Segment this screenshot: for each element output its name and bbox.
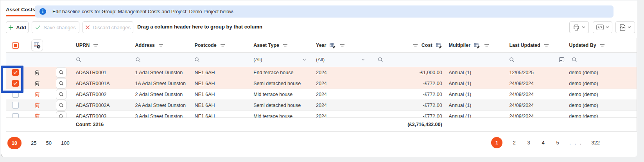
search-icon[interactable]: [76, 57, 81, 62]
cell-multiplier[interactable]: Annual (1): [446, 100, 507, 110]
filter-icon[interactable]: [283, 44, 288, 47]
clear-filter-button[interactable]: [31, 39, 43, 51]
filter-icon[interactable]: [600, 44, 605, 47]
row-search-button[interactable]: [56, 100, 66, 110]
table-row[interactable]: ADASTR0001A 1A Adal Street Dunston NE1 6…: [6, 78, 637, 89]
cell-asset-type[interactable]: End terrace house: [251, 67, 313, 78]
cell-address[interactable]: 3 Adal Street Dunston: [133, 111, 192, 117]
cell-uprn[interactable]: ADASTR0001A: [73, 78, 133, 89]
cell-postcode[interactable]: NE1 6AH: [192, 100, 251, 110]
cell-updated-by[interactable]: demo (demo): [566, 100, 637, 110]
column-header-cost[interactable]: Cost: [422, 43, 432, 48]
filter-icon[interactable]: [93, 44, 98, 47]
cell-updated-by[interactable]: demo (demo): [566, 89, 637, 100]
year-filter-select[interactable]: (All): [316, 57, 372, 62]
column-header-uprn[interactable]: UPRN: [76, 43, 90, 48]
cell-year[interactable]: 2024: [313, 111, 372, 117]
page-5[interactable]: 5: [555, 140, 560, 146]
cell-last-updated[interactable]: 24/09/2024: [506, 100, 566, 110]
cell-address[interactable]: 2A Adal Street Dunston: [133, 100, 192, 110]
tab-asset-costs[interactable]: Asset Costs: [6, 7, 35, 16]
cell-postcode[interactable]: NE1 6AH: [192, 111, 251, 117]
search-icon[interactable]: [572, 57, 577, 62]
delete-row-button[interactable]: [34, 91, 40, 98]
search-icon[interactable]: [194, 57, 200, 62]
cell-postcode[interactable]: NE1 6AH: [192, 89, 251, 100]
cell-cost[interactable]: -£772.00: [372, 89, 446, 100]
row-search-button[interactable]: [56, 78, 66, 89]
page-3[interactable]: 3: [526, 140, 531, 146]
print-button[interactable]: [569, 21, 589, 33]
table-row[interactable]: ADASTR0003 3 Adal Street Dunston NE1 6AH…: [6, 111, 637, 117]
cell-updated-by[interactable]: demo (demo): [566, 111, 637, 117]
cell-asset-type[interactable]: Mid terrace house: [251, 111, 313, 117]
select-all-checkbox[interactable]: [12, 42, 19, 49]
cell-cost[interactable]: -£1,000.00: [372, 67, 446, 78]
cell-year[interactable]: 2024: [313, 89, 372, 100]
cell-uprn[interactable]: ADASTR0002: [73, 89, 133, 100]
cell-last-updated[interactable]: 12/05/2025: [506, 67, 566, 78]
delete-row-button[interactable]: [34, 113, 40, 117]
row-search-button[interactable]: [56, 89, 66, 100]
page-1[interactable]: 1: [491, 137, 502, 148]
cell-address[interactable]: 1A Adal Street Dunston: [133, 78, 192, 89]
page-size-50[interactable]: 50: [46, 140, 51, 146]
filter-icon[interactable]: [484, 44, 489, 47]
filter-icon[interactable]: [220, 44, 225, 47]
cell-last-updated[interactable]: 24/09/2024: [506, 89, 566, 100]
cell-address[interactable]: 2 Adal Street Dunston: [133, 89, 192, 100]
column-header-asset-type[interactable]: Asset Type: [253, 43, 279, 48]
table-row[interactable]: ADASTR0001 1 Adal Street Dunston NE1 6AH…: [6, 67, 637, 78]
cell-updated-by[interactable]: demo (demo): [566, 78, 637, 89]
cell-postcode[interactable]: NE1 6AH: [192, 67, 251, 78]
cell-year[interactable]: 2024: [313, 100, 372, 110]
search-icon[interactable]: [509, 57, 515, 62]
table-row[interactable]: ADASTR0002 2 Adal Street Dunston NE1 6AH…: [6, 89, 637, 100]
row-search-button[interactable]: [56, 67, 66, 78]
cell-multiplier[interactable]: Annual (1): [446, 67, 507, 78]
column-header-last-updated[interactable]: Last Updated: [509, 43, 540, 48]
cell-multiplier[interactable]: Annual (1): [446, 78, 507, 89]
page-size-10[interactable]: 10: [7, 137, 22, 149]
page-2[interactable]: 2: [511, 140, 517, 146]
delete-row-button[interactable]: [34, 69, 40, 76]
cell-asset-type[interactable]: Semi detached house: [251, 100, 313, 110]
search-icon[interactable]: [378, 57, 383, 62]
filter-icon[interactable]: [340, 44, 345, 47]
cell-cost[interactable]: -£772.00: [372, 100, 446, 110]
delete-row-button[interactable]: [34, 80, 40, 87]
search-icon[interactable]: [135, 57, 141, 62]
row-checkbox[interactable]: [12, 113, 19, 118]
filter-icon[interactable]: [413, 44, 418, 47]
row-checkbox[interactable]: [12, 69, 19, 76]
row-checkbox[interactable]: [12, 91, 19, 98]
cell-multiplier[interactable]: Annual (1): [446, 111, 507, 117]
column-header-year[interactable]: Year: [316, 43, 326, 48]
column-header-updated-by[interactable]: Updated By: [569, 43, 596, 48]
column-header-multiplier[interactable]: Multiplier: [449, 43, 471, 48]
cell-uprn[interactable]: ADASTR0002A: [73, 100, 133, 110]
code-export-button[interactable]: [593, 21, 612, 33]
save-changes-button[interactable]: Save changes: [32, 21, 79, 33]
page-size-100[interactable]: 100: [61, 140, 70, 146]
cell-multiplier[interactable]: Annual (1): [446, 89, 507, 100]
cell-asset-type[interactable]: Semi detached house: [251, 78, 313, 89]
cell-last-updated[interactable]: 24/09/2024: [506, 111, 566, 117]
column-header-address[interactable]: Address: [135, 43, 155, 48]
table-row[interactable]: ADASTR0002A 2A Adal Street Dunston NE1 6…: [6, 100, 637, 111]
row-search-button[interactable]: [56, 111, 66, 118]
export-image-button[interactable]: [615, 21, 635, 33]
filter-icon[interactable]: [544, 44, 549, 47]
cell-uprn[interactable]: ADASTR0001: [73, 67, 133, 78]
delete-row-button[interactable]: [34, 102, 40, 109]
discard-changes-button[interactable]: Discard changes: [83, 21, 133, 33]
add-button[interactable]: Add: [6, 21, 29, 33]
cell-cost[interactable]: -£772.00: [372, 111, 446, 117]
page-322[interactable]: 322: [591, 140, 600, 146]
row-checkbox[interactable]: [12, 102, 19, 109]
row-checkbox[interactable]: [12, 80, 19, 87]
page-4[interactable]: 4: [540, 140, 546, 146]
cell-cost[interactable]: -£772.00: [372, 78, 446, 89]
cell-postcode[interactable]: NE1 6AH: [192, 78, 251, 89]
page-size-25[interactable]: 25: [31, 140, 36, 146]
